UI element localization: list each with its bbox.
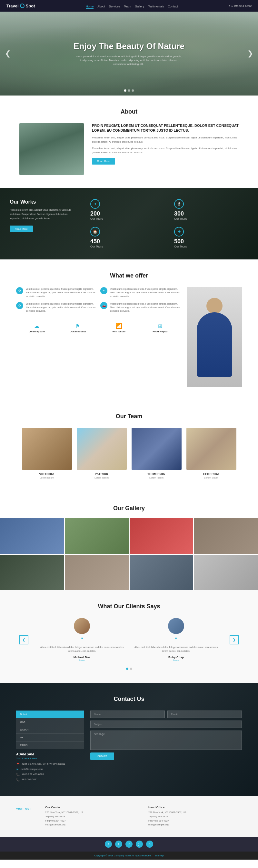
contact-inner: Dubai USA QATAR UK PARIS ADAM SAM Your C… <box>16 711 242 783</box>
contact-tab-paris[interactable]: PARIS <box>16 742 84 749</box>
sitemap-link[interactable]: Sitemap <box>155 854 164 857</box>
social-facebook[interactable]: f <box>105 841 112 848</box>
testimonial-1: " At eu erat libel, bibendum dolor. Inte… <box>38 618 126 662</box>
testimonials-next[interactable]: ❯ <box>230 636 239 644</box>
hero-description: Lorem ipsum dolor sit amet, consectetur … <box>73 55 183 66</box>
contact-phone2: 📞 987-094-0071 <box>16 778 84 781</box>
contact-title: Contact Us <box>16 696 242 703</box>
nav-testimonials[interactable]: Testimonials <box>148 5 164 8</box>
contact-tab-usa[interactable]: USA <box>16 718 84 726</box>
team-role-3: Lorem Ipsum <box>132 476 182 479</box>
gallery-item-1[interactable] <box>0 518 64 554</box>
offer-section: What we offer ✿ Vestibulum et pellentesq… <box>0 259 258 400</box>
testimonial-avatar-1 <box>74 618 90 634</box>
test-dot-1[interactable] <box>126 668 128 670</box>
flag-icon: ⚑ <box>57 323 99 329</box>
logo: Travel Spot <box>6 4 35 8</box>
works-num-4: 500 <box>174 238 252 245</box>
gallery-item-3[interactable] <box>130 518 193 554</box>
team-photo-img-3 <box>132 428 182 470</box>
works-stats: ✈ 200 Our Tours 🍴 300 Our Tours 🏠 450 Ou… <box>84 188 258 259</box>
hero-prev-arrow[interactable]: ❮ <box>5 50 11 58</box>
offer-feature-2: ⚑ Duken Monst <box>57 323 99 334</box>
footer-col2-tel: Tel(407) 294-4929 <box>148 815 242 819</box>
gallery-grid <box>0 518 258 590</box>
footer-col1-title: Our Center <box>45 806 139 809</box>
form-subject[interactable] <box>90 720 242 728</box>
logo-travel: Travel <box>6 4 19 8</box>
about-title: About <box>19 108 239 115</box>
team-member-3: THOMPSON Lorem Ipsum <box>132 428 182 479</box>
testimonials-prev[interactable]: ❮ <box>19 636 28 644</box>
nav-team[interactable]: Team <box>124 5 131 8</box>
about-read-more[interactable]: Read More <box>92 158 115 164</box>
hero-content: Enjoy The Beauty Of Nature Lorem ipsum d… <box>73 41 185 66</box>
hero-next-arrow[interactable]: ❯ <box>247 50 253 58</box>
nav-about[interactable]: About <box>97 5 105 8</box>
offer-features: ☁ Lorem Ipsum ⚑ Duken Monst 📶 Wifi Ipsum… <box>16 318 181 334</box>
hero-dot-1[interactable] <box>124 89 126 92</box>
offer-item-3: ✿ Vestibulum et pellentesque felis. Fusc… <box>16 302 96 313</box>
form-name[interactable] <box>90 711 165 718</box>
gallery-item-8[interactable] <box>194 555 258 590</box>
team-member-2: PATRICK Lorem Ipsum <box>77 428 127 479</box>
gallery-item-7[interactable] <box>130 555 193 590</box>
team-photo-3 <box>132 428 182 470</box>
works-description: Phasellus lorem orci, aliquet vitae phar… <box>10 208 74 220</box>
team-photo-img-1 <box>22 428 72 470</box>
works-title: Our Works <box>10 199 74 205</box>
contact-tab-uk[interactable]: UK <box>16 734 84 742</box>
contact-address: 📍 4225 30 Ave, Ste, CR 5PV 0PX Dubai <box>16 763 84 766</box>
footer-info: VISIT US : Our Center 226 New York, NY 1… <box>0 796 258 837</box>
works-read-more[interactable]: Read More <box>10 225 33 232</box>
wifi-icon: 📶 <box>98 323 140 329</box>
about-text: PROIN FEUGIAT, LOREM UT CONSEQUAT PELLEN… <box>92 123 239 164</box>
offer-text-1: Vestibulum et pellentesque felis. Fusce … <box>26 287 96 298</box>
test-dot-2[interactable] <box>130 668 132 670</box>
gallery-item-5[interactable] <box>0 555 64 590</box>
hero-section: ❮ Enjoy The Beauty Of Nature Lorem ipsum… <box>0 11 258 95</box>
offer-icon-1: ✿ <box>16 287 23 294</box>
testimonials-title: What Our Clients Says <box>19 603 239 610</box>
contact-person-role: Your Contact Here <box>16 757 84 760</box>
nav-gallery[interactable]: Gallery <box>135 5 144 8</box>
gallery-item-6[interactable] <box>65 555 129 590</box>
team-section: Our Team VICTORIA Lorem Ipsum PATRICK Lo… <box>0 400 258 492</box>
footer-col2-title: Head Office <box>148 806 242 809</box>
offer-left: ✿ Vestibulum et pellentesque felis. Fusc… <box>16 287 181 387</box>
nav-contact[interactable]: Contact <box>168 5 178 8</box>
copyright-text: Copyright © 2018 Company name All rights… <box>95 854 152 857</box>
footer-visit-label: VISIT US : <box>16 806 35 827</box>
gallery-item-4[interactable] <box>194 518 258 554</box>
nav-home[interactable]: Home <box>86 5 94 9</box>
offer-feature-3: 📶 Wifi Ipsum <box>98 323 140 334</box>
about-image-inner <box>19 123 84 175</box>
nav-links: Home About Services Team Gallery Testimo… <box>86 3 178 9</box>
social-gplus[interactable]: g+ <box>136 841 143 848</box>
quote-icon-2: " <box>132 637 220 644</box>
contact-form: SUBMIT <box>90 711 242 760</box>
team-grid: VICTORIA Lorem Ipsum PATRICK Lorem Ipsum… <box>13 428 245 479</box>
gallery-item-2[interactable] <box>65 518 129 554</box>
about-content: PROIN FEUGIAT, LOREM UT CONSEQUAT PELLEN… <box>19 123 239 175</box>
gallery-title: Our Gallery <box>0 505 258 512</box>
contact-tab-dubai[interactable]: Dubai <box>16 711 84 718</box>
social-pinterest[interactable]: p <box>146 841 153 848</box>
hero-dot-3[interactable] <box>132 89 134 92</box>
contact-tab-qatar[interactable]: QATAR <box>16 726 84 734</box>
social-linkedin[interactable]: in <box>125 841 133 848</box>
cloud-icon: ☁ <box>16 323 57 329</box>
footer-social: f t in g+ p <box>0 837 258 851</box>
contact-tabs: Dubai USA QATAR UK PARIS <box>16 711 84 749</box>
offer-text-4: Vestibulum et pellentesque felis. Fusce … <box>110 302 181 313</box>
nav-services[interactable]: Services <box>109 5 120 8</box>
works-num-2: 300 <box>174 210 252 217</box>
form-message[interactable] <box>90 731 242 750</box>
social-twitter[interactable]: t <box>115 841 122 848</box>
form-email[interactable] <box>167 711 242 718</box>
form-submit[interactable]: SUBMIT <box>90 752 114 760</box>
phone-icon-2: 📞 <box>16 778 20 781</box>
hero-dot-2[interactable] <box>128 89 130 92</box>
feat-label-1: Lorem Ipsum <box>16 330 57 333</box>
contact-section: Contact Us Dubai USA QATAR UK PARIS ADAM… <box>0 683 258 796</box>
